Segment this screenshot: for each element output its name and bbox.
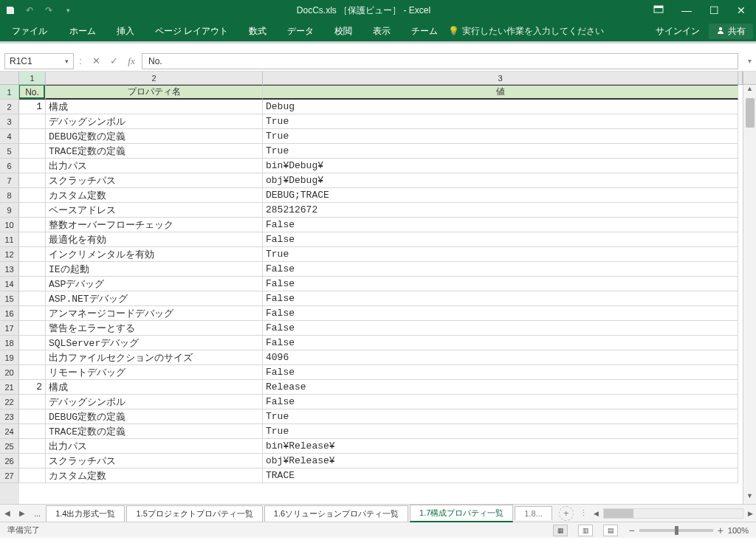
row-header[interactable]: 24	[0, 424, 19, 439]
zoom-in-button[interactable]: +	[718, 525, 724, 536]
ribbon-tab-review[interactable]: 校閲	[324, 21, 362, 41]
sheet-menu-icon[interactable]: ⋮	[580, 508, 588, 518]
cell-val[interactable]: 285212672	[263, 203, 738, 218]
row-header[interactable]: 23	[0, 409, 19, 424]
enter-icon[interactable]: ✓	[105, 55, 123, 66]
row-header[interactable]: 4	[0, 129, 19, 144]
cell-prop[interactable]: デバッグシンボル	[46, 395, 263, 409]
row-header[interactable]: 17	[0, 321, 19, 336]
cell-no[interactable]	[19, 336, 46, 350]
cell-prop[interactable]: TRACE定数の定義	[46, 424, 263, 439]
formula-input[interactable]: No.	[142, 53, 738, 69]
scroll-thumb[interactable]	[746, 98, 755, 128]
cell-prop[interactable]: ASPデバッグ	[46, 277, 263, 291]
row-header[interactable]: 8	[0, 188, 19, 203]
sheet-tab-2[interactable]: 1.6ソリューションプロパティ一覧	[264, 505, 408, 522]
row-header[interactable]: 10	[0, 218, 19, 232]
hscroll-left-icon[interactable]: ◀	[592, 510, 600, 517]
cell-val[interactable]: bin¥Debug¥	[263, 159, 738, 173]
minimize-button[interactable]: ―	[681, 4, 692, 16]
cell-prop[interactable]: 構成	[46, 100, 263, 114]
row-header[interactable]: 18	[0, 336, 19, 350]
cell-prop[interactable]: 構成	[46, 380, 263, 395]
chevron-down-icon[interactable]: ▾	[65, 58, 69, 65]
cell-val[interactable]: Release	[263, 380, 738, 395]
close-button[interactable]: ✕	[737, 4, 746, 16]
qat-dropdown-icon[interactable]: ▾	[62, 4, 74, 16]
row-header[interactable]: 2	[0, 100, 19, 114]
hscroll-thumb[interactable]	[604, 509, 633, 518]
cell-no[interactable]	[19, 262, 46, 277]
cell-prop[interactable]: カスタム定数	[46, 188, 263, 203]
cell-no[interactable]	[19, 350, 46, 365]
cell-no[interactable]	[19, 129, 46, 144]
scroll-up-icon[interactable]: ▲	[743, 85, 756, 97]
ribbon-tab-data[interactable]: データ	[277, 21, 324, 41]
signin-button[interactable]: サインイン	[647, 25, 709, 38]
cell-no[interactable]	[19, 114, 46, 129]
cells-area[interactable]: No.プロパティ名値1構成DebugデバッグシンボルTrueDEBUG定数の定義…	[19, 85, 743, 504]
cell-no[interactable]	[19, 173, 46, 188]
row-header[interactable]: 13	[0, 262, 19, 277]
ribbon-tab-formulas[interactable]: 数式	[238, 21, 277, 41]
sheet-tab-3[interactable]: 1.7構成プロパティ一覧	[410, 505, 513, 522]
share-button[interactable]: 共有	[709, 24, 753, 39]
cell-no[interactable]	[19, 424, 46, 439]
cell-no[interactable]	[19, 291, 46, 306]
cell-prop[interactable]: ASP.NETデバッグ	[46, 291, 263, 306]
maximize-button[interactable]: ☐	[709, 4, 719, 16]
row-header[interactable]: 7	[0, 173, 19, 188]
cell-val[interactable]: 4096	[263, 350, 738, 365]
cell-prop[interactable]: 最適化を有効	[46, 232, 263, 247]
save-icon[interactable]	[4, 4, 16, 16]
cell-no[interactable]: 1	[19, 100, 46, 114]
col-header-1[interactable]: 1	[19, 72, 46, 84]
row-header[interactable]: 26	[0, 454, 19, 468]
sheet-tab-0[interactable]: 1.4出力形式一覧	[46, 505, 125, 522]
cell-val[interactable]: False	[263, 291, 738, 306]
row-header[interactable]: 25	[0, 439, 19, 454]
cell-val[interactable]: False	[263, 321, 738, 336]
new-sheet-button[interactable]: +	[559, 506, 574, 521]
view-page-break-icon[interactable]: ▤	[603, 525, 618, 536]
cell-prop[interactable]: 出力ファイルセクションのサイズ	[46, 350, 263, 365]
row-header[interactable]: 6	[0, 159, 19, 173]
cell-no[interactable]	[19, 247, 46, 262]
ribbon-tab-page-layout[interactable]: ページ レイアウト	[145, 21, 238, 41]
cell-val[interactable]: False	[263, 277, 738, 291]
cell-prop[interactable]: 整数オーバーフローチェック	[46, 218, 263, 232]
row-header[interactable]: 12	[0, 247, 19, 262]
ribbon-tab-view[interactable]: 表示	[362, 21, 401, 41]
row-header[interactable]: 9	[0, 203, 19, 218]
row-header[interactable]: 15	[0, 291, 19, 306]
cell-no[interactable]	[19, 203, 46, 218]
cell-no[interactable]	[19, 232, 46, 247]
cell-prop[interactable]: DEBUG定数の定義	[46, 129, 263, 144]
horizontal-scrollbar[interactable]: ◀ ▶	[592, 508, 756, 519]
cell-no[interactable]	[19, 439, 46, 454]
ribbon-tab-team[interactable]: チーム	[401, 21, 448, 41]
col-header-3[interactable]: 3	[263, 72, 738, 84]
cell-no[interactable]	[19, 277, 46, 291]
cell-prop[interactable]: リモートデバッグ	[46, 365, 263, 380]
sheet-tab-ellipsis[interactable]: ...	[30, 509, 45, 518]
ribbon-display-icon[interactable]	[653, 4, 664, 16]
cell-no[interactable]	[19, 218, 46, 232]
sheet-tab-next-trunc[interactable]: 1.8...	[515, 506, 551, 520]
redo-icon[interactable]: ↷	[43, 4, 55, 16]
cell-val[interactable]: bin¥Release¥	[263, 439, 738, 454]
cell-val[interactable]: TRACE	[263, 468, 738, 483]
row-header[interactable]: 14	[0, 277, 19, 291]
vertical-scrollbar[interactable]: ▲ ▼	[743, 85, 756, 504]
cell-val[interactable]: obj¥Release¥	[263, 454, 738, 468]
row-header[interactable]: 22	[0, 395, 19, 409]
select-all-button[interactable]	[0, 72, 19, 84]
hdr-prop[interactable]: プロパティ名	[46, 85, 263, 100]
cell-val[interactable]: Debug	[263, 100, 738, 114]
tell-me-box[interactable]: 💡 実行したい作業を入力してください	[448, 25, 604, 38]
cell-val[interactable]: obj¥Debug¥	[263, 173, 738, 188]
cell-val[interactable]: False	[263, 232, 738, 247]
cell-val[interactable]: True	[263, 247, 738, 262]
cell-no[interactable]	[19, 321, 46, 336]
sheet-nav-prev-icon[interactable]: ◀	[0, 509, 15, 517]
